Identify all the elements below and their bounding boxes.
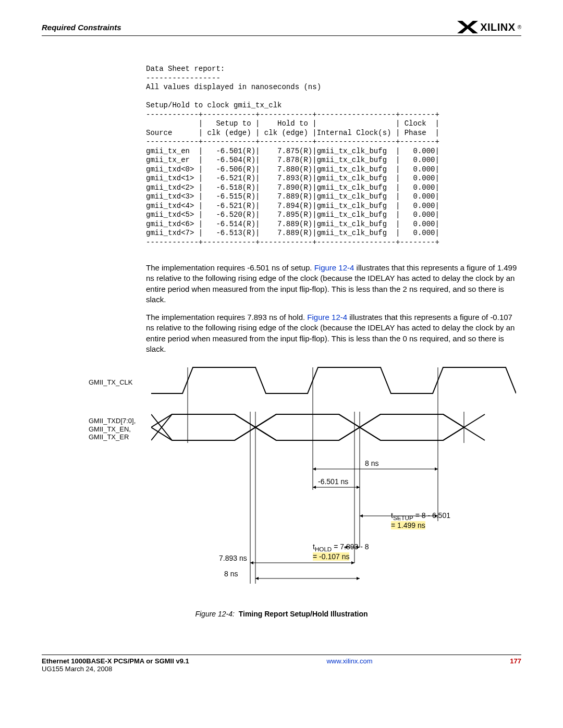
figure-12-4: GMII_TX_CLK GMII_TXD[7:0], GMII_TX_EN, G… [89, 365, 521, 604]
label-tsetup: tSETUP = 8 - 6.501 = 1.499 ns [391, 511, 450, 529]
data-label: GMII_TXD[7:0], GMII_TX_EN, GMII_TX_ER [89, 417, 136, 441]
page-footer: Ethernet 1000BASE-X PCS/PMA or SGMII v9.… [42, 655, 521, 673]
paragraph: The implementation requires 7.893 ns of … [146, 312, 521, 354]
label-thold: tHOLD = 7.893 - 8 = -0.107 ns [313, 542, 369, 561]
page-header: Required Constraints XILINX ® [42, 21, 521, 36]
figure-link[interactable]: Figure 12-4 [307, 313, 347, 322]
table-row: gmii_txd<0> | -6.506(R)| 7.880(R)|gmii_t… [146, 165, 439, 174]
paragraph: The implementation requires -6.501 ns of… [146, 263, 521, 305]
figure-caption: Figure 12-4: Timing Report Setup/Hold Il… [42, 610, 521, 618]
figure-link[interactable]: Figure 12-4 [314, 263, 354, 272]
table-row: gmii_txd<1> | -6.521(R)| 7.893(R)|gmii_t… [146, 174, 439, 182]
page-number: 177 [510, 657, 521, 665]
table-row: gmii_tx_en | -6.501(R)| 7.875(R)|gmii_tx… [146, 147, 439, 155]
footer-left: Ethernet 1000BASE-X PCS/PMA or SGMII v9.… [42, 657, 189, 673]
section-title: Required Constraints [42, 23, 121, 32]
logo-text: XILINX [480, 21, 515, 33]
table-row: gmii_txd<6> | -6.514(R)| 7.889(R)|gmii_t… [146, 220, 439, 228]
clk-label: GMII_TX_CLK [89, 378, 133, 387]
table-row: gmii_txd<5> | -6.520(R)| 7.895(R)|gmii_t… [146, 211, 439, 219]
label-7893: 7.893 ns [219, 554, 247, 562]
footer-link[interactable]: www.xilinx.com [326, 657, 372, 665]
label-8ns-bot: 8 ns [224, 570, 238, 578]
label-minus6501: -6.501 ns [318, 477, 348, 486]
table-row: gmii_txd<3> | -6.515(R)| 7.889(R)|gmii_t… [146, 192, 439, 201]
table-row: gmii_txd<4> | -6.521(R)| 7.894(R)|gmii_t… [146, 202, 439, 210]
xilinx-x-icon [457, 21, 478, 33]
table-row: gmii_tx_er | -6.504(R)| 7.878(R)|gmii_tx… [146, 156, 439, 164]
table-row: gmii_txd<7> | -6.513(R)| 7.889(R)|gmii_t… [146, 229, 439, 237]
label-8ns-top: 8 ns [365, 459, 378, 467]
registered-icon: ® [518, 24, 521, 30]
xilinx-logo: XILINX ® [457, 21, 521, 33]
svg-marker-0 [457, 21, 478, 33]
data-sheet-report: Data Sheet report: ----------------- All… [146, 65, 521, 247]
table-row: gmii_txd<2> | -6.518(R)| 7.890(R)|gmii_t… [146, 183, 439, 192]
